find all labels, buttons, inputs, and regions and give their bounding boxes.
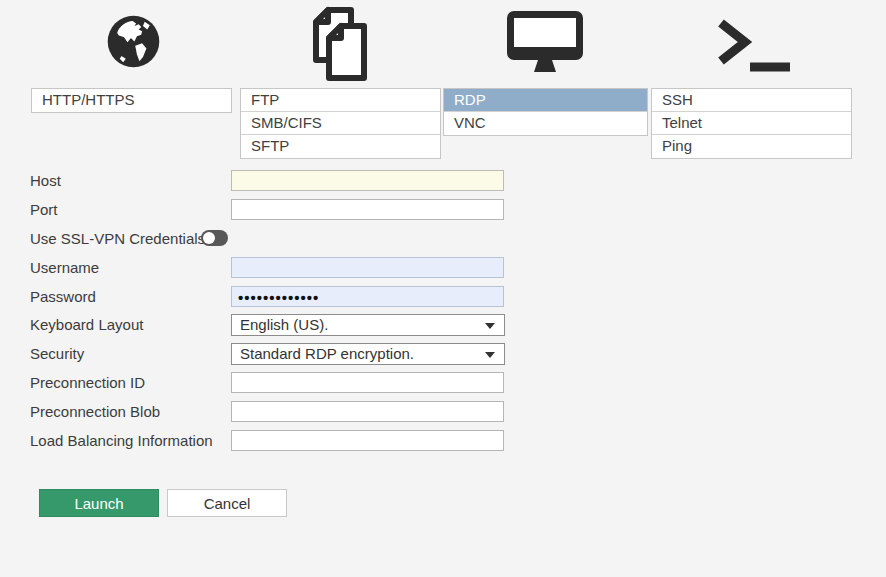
protocol-item-ftp[interactable]: FTP (241, 89, 440, 112)
preconnection-id-row: Preconnection ID (30, 372, 145, 394)
keyboard-layout-row: Keyboard Layout English (US). (30, 314, 143, 336)
protocol-item-rdp[interactable]: RDP (444, 89, 647, 112)
security-value: Standard RDP encryption. (240, 345, 414, 362)
chevron-down-icon (485, 352, 495, 358)
username-row: Username (30, 257, 99, 279)
password-label: Password (30, 286, 96, 307)
preconnection-blob-label: Preconnection Blob (30, 401, 160, 422)
ssl-vpn-credentials-label: Use SSL-VPN Credentials (30, 228, 205, 249)
username-label: Username (30, 257, 99, 278)
protocol-item-smb-cifs[interactable]: SMB/CIFS (241, 112, 440, 135)
load-balancing-information-input[interactable] (231, 430, 504, 451)
security-label: Security (30, 343, 84, 364)
preconnection-blob-row: Preconnection Blob (30, 401, 160, 423)
port-row: Port (30, 199, 58, 221)
protocol-item-vnc[interactable]: VNC (444, 112, 647, 135)
preconnection-id-label: Preconnection ID (30, 372, 145, 393)
port-label: Port (30, 199, 58, 220)
protocol-item-ssh[interactable]: SSH (652, 89, 851, 112)
globe-icon (106, 14, 161, 73)
protocol-list-file: FTP SMB/CIFS SFTP (240, 88, 441, 159)
host-row: Host (30, 170, 61, 192)
protocol-item-telnet[interactable]: Telnet (652, 112, 851, 135)
launch-button[interactable]: Launch (39, 489, 159, 517)
load-balancing-information-row: Load Balancing Information (30, 430, 213, 452)
protocol-list-remote-desktop: RDP VNC (443, 88, 648, 136)
password-row: Password (30, 286, 96, 308)
host-label: Host (30, 170, 61, 191)
security-select[interactable]: Standard RDP encryption. (231, 343, 505, 365)
protocol-item-http-https[interactable]: HTTP/HTTPS (32, 89, 231, 112)
toggle-knob (203, 232, 215, 244)
preconnection-blob-input[interactable] (231, 401, 504, 422)
keyboard-layout-select[interactable]: English (US). (231, 314, 505, 336)
protocol-list-web: HTTP/HTTPS (31, 88, 232, 113)
username-input[interactable] (231, 257, 504, 278)
password-input[interactable] (231, 286, 504, 307)
copy-files-icon (303, 5, 377, 87)
protocol-item-sftp[interactable]: SFTP (241, 135, 440, 158)
terminal-icon (712, 17, 796, 79)
keyboard-layout-value: English (US). (240, 316, 328, 333)
host-input[interactable] (231, 170, 504, 191)
port-input[interactable] (231, 199, 504, 220)
security-row: Security Standard RDP encryption. (30, 343, 84, 365)
chevron-down-icon (485, 323, 495, 329)
ssl-vpn-quick-connection-dialog: HTTP/HTTPS FTP SMB/CIFS SFTP RDP VNC SSH… (0, 0, 886, 577)
protocol-item-ping[interactable]: Ping (652, 135, 851, 158)
keyboard-layout-label: Keyboard Layout (30, 314, 143, 335)
ssl-vpn-credentials-row: Use SSL-VPN Credentials (30, 228, 205, 250)
monitor-icon (505, 9, 585, 77)
ssl-vpn-credentials-toggle[interactable] (201, 230, 228, 246)
load-balancing-information-label: Load Balancing Information (30, 430, 213, 451)
preconnection-id-input[interactable] (231, 372, 504, 393)
protocol-list-terminal: SSH Telnet Ping (651, 88, 852, 159)
cancel-button[interactable]: Cancel (167, 489, 287, 517)
